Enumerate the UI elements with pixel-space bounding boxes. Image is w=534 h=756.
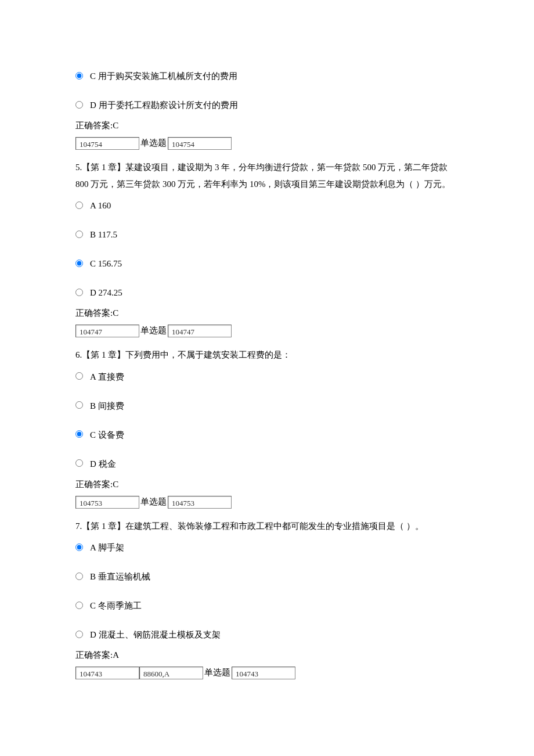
q7-text: 7.【第 1 章】在建筑工程、装饰装修工程和市政工程中都可能发生的专业措施项目是…	[75, 518, 459, 535]
q6-radio-b[interactable]	[75, 401, 83, 409]
q5-option-d: D 274.25	[75, 284, 459, 301]
q7-label-b: B 垂直运输机械	[90, 570, 150, 584]
q7-label-c: C 冬雨季施工	[90, 599, 142, 613]
q5-text: 5.【第 1 章】某建设项目，建设期为 3 年，分年均衡进行贷款，第一年贷款 5…	[75, 159, 459, 192]
q4-answer: 正确答案:C	[75, 118, 459, 132]
q7-label-a: A 脚手架	[90, 541, 124, 555]
q4-input-row: 104754 单选题 104754	[75, 136, 459, 150]
q5-input-2[interactable]: 104747	[168, 325, 232, 337]
q5-radio-c[interactable]	[75, 260, 83, 267]
q4-input-1[interactable]: 104754	[75, 137, 139, 150]
q7-label-d: D 混凝土、钢筋混凝土模板及支架	[90, 628, 221, 642]
q7-input-1[interactable]: 104743	[75, 667, 139, 679]
q6-option-a: A 直接费	[75, 368, 459, 386]
q7-input-row: 104743 88600,A 单选题 104743	[75, 665, 459, 679]
q6-option-d: D 税金	[75, 455, 459, 473]
q4-radio-c[interactable]	[75, 72, 83, 80]
q6-label-d: D 税金	[90, 457, 116, 471]
q4-option-d: D 用于委托工程勘察设计所支付的费用	[75, 96, 459, 114]
q4-label-d: D 用于委托工程勘察设计所支付的费用	[90, 98, 238, 112]
q7-option-a: A 脚手架	[75, 539, 459, 556]
q6-radio-d[interactable]	[75, 459, 83, 467]
q6-input-2[interactable]: 104753	[168, 496, 232, 509]
q4-type-label: 单选题	[140, 136, 167, 150]
q5-option-b: B 117.5	[75, 226, 459, 243]
q6-input-row: 104753 单选题 104753	[75, 495, 459, 509]
q7-type-label: 单选题	[204, 665, 230, 679]
q5-type-label: 单选题	[140, 323, 167, 337]
q7-answer: 正确答案:A	[75, 648, 459, 662]
q5-input-row: 104747 单选题 104747	[75, 323, 459, 337]
q5-label-b: B 117.5	[90, 228, 117, 242]
q6-answer: 正确答案:C	[75, 477, 459, 491]
q6-label-c: C 设备费	[90, 428, 124, 442]
q4-option-c: C 用于购买安装施工机械所支付的费用	[75, 67, 459, 85]
q7-radio-c[interactable]	[75, 602, 83, 609]
q6-input-1[interactable]: 104753	[75, 496, 139, 509]
q7-radio-a[interactable]	[75, 543, 83, 551]
q4-input-2[interactable]: 104754	[168, 137, 232, 150]
q5-option-c: C 156.75	[75, 255, 459, 272]
q5-label-a: A 160	[90, 199, 111, 213]
q6-type-label: 单选题	[140, 495, 167, 509]
q6-text: 6.【第 1 章】下列费用中，不属于建筑安装工程费的是：	[75, 347, 459, 363]
q4-radio-d[interactable]	[75, 101, 83, 109]
q7-radio-b[interactable]	[75, 573, 83, 580]
q6-option-c: C 设备费	[75, 426, 459, 444]
q6-label-b: B 间接费	[90, 399, 124, 413]
q7-option-d: D 混凝土、钢筋混凝土模板及支架	[75, 626, 459, 643]
q5-radio-a[interactable]	[75, 201, 83, 209]
q4-label-c: C 用于购买安装施工机械所支付的费用	[90, 69, 237, 83]
q6-radio-c[interactable]	[75, 430, 83, 438]
q5-label-d: D 274.25	[90, 286, 122, 300]
q6-label-a: A 直接费	[90, 370, 124, 384]
q5-radio-d[interactable]	[75, 289, 83, 296]
q7-input-2[interactable]: 88600,A	[139, 667, 203, 679]
q5-option-a: A 160	[75, 197, 459, 214]
q6-radio-a[interactable]	[75, 372, 83, 380]
q7-radio-d[interactable]	[75, 631, 83, 638]
q7-input-3[interactable]: 104743	[232, 667, 295, 679]
q7-option-c: C 冬雨季施工	[75, 597, 459, 614]
q7-option-b: B 垂直运输机械	[75, 568, 459, 585]
q5-label-c: C 156.75	[90, 257, 122, 271]
q5-answer: 正确答案:C	[75, 306, 459, 320]
q5-input-1[interactable]: 104747	[75, 325, 139, 337]
q6-option-b: B 间接费	[75, 397, 459, 415]
q5-radio-b[interactable]	[75, 231, 83, 238]
